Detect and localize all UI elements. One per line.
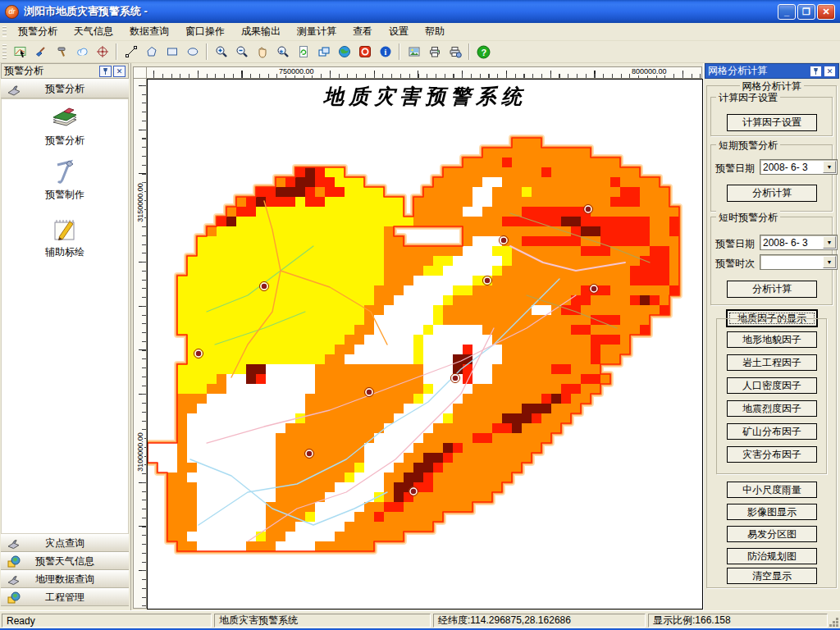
warning-time-label: 预警时次: [715, 257, 755, 271]
tool-warning-making[interactable]: 预警制作: [2, 157, 128, 202]
zoom-in-icon[interactable]: [211, 43, 231, 62]
preview-icon[interactable]: [404, 43, 424, 62]
accordion-header-label: 预警分析: [45, 82, 84, 96]
chevron-down-icon[interactable]: ▼: [823, 256, 836, 268]
target-icon[interactable]: [92, 43, 112, 62]
globe-stack-icon: [7, 555, 21, 568]
short-term-date-combobox[interactable]: 2008- 6- 3 ▼: [760, 159, 838, 175]
chevron-down-icon[interactable]: ▼: [823, 236, 836, 249]
terrain-factor-button[interactable]: 地形地貌因子: [727, 331, 817, 348]
menu-warning-analysis[interactable]: 预警分析: [10, 22, 66, 41]
accordion-disaster-point-query[interactable]: 灾点查询: [1, 534, 129, 552]
map-window: 750000.00 800000.00 3150000.00 3100000.0…: [130, 63, 703, 610]
hammer-icon[interactable]: [51, 43, 71, 62]
left-panel-title: 预警分析: [4, 64, 43, 78]
seal-icon: [7, 536, 21, 550]
menu-output[interactable]: 成果输出: [233, 22, 289, 41]
globe-stack-icon: [7, 591, 21, 605]
population-density-factor-button[interactable]: 人口密度因子: [727, 377, 817, 394]
rainfall-scale-button[interactable]: 中小尺度雨量: [727, 482, 817, 498]
tool-label: 预警分析: [2, 134, 128, 148]
pin-icon[interactable]: [810, 66, 822, 77]
tool-label: 辅助标绘: [2, 245, 128, 259]
map-view: 地质灾害预警系统: [147, 79, 703, 609]
print-setup-icon[interactable]: [445, 43, 465, 62]
map-title: 地质灾害预警系统: [148, 83, 702, 110]
warning-analysis-icon[interactable]: [10, 43, 30, 62]
svg-text:±: ±: [279, 48, 283, 55]
close-panel-icon[interactable]: ✕: [824, 66, 836, 77]
groupbox-title: 计算因子设置: [716, 91, 780, 105]
tool-warning-analysis[interactable]: 预警分析: [2, 103, 128, 148]
minimize-button[interactable]: _: [778, 4, 796, 20]
workspace: 预警分析 ✕ 预警分析 预警分析: [0, 63, 840, 610]
zoom-extent-icon[interactable]: ±: [272, 43, 293, 62]
factor-setting-button[interactable]: 计算因子设置: [727, 114, 817, 131]
menu-measure[interactable]: 测量计算: [289, 22, 345, 41]
image-display-button[interactable]: 影像图显示: [727, 504, 817, 520]
status-ready: Ready: [2, 614, 212, 628]
globe-icon[interactable]: [334, 43, 354, 62]
book-icon: [49, 103, 80, 132]
left-dock-panel: 预警分析 ✕ 预警分析 预警分析: [0, 63, 130, 610]
toolbar-grip[interactable]: [2, 44, 7, 59]
status-coordinates: 经纬度:114.296875,28.162686: [433, 614, 646, 628]
cloud-icon[interactable]: [71, 43, 92, 62]
menu-window-ops[interactable]: 窗口操作: [177, 22, 233, 41]
short-time-run-button[interactable]: 分析计算: [727, 281, 817, 298]
toolbar-separator: [399, 43, 400, 60]
ruler-y-label: 3100000.00: [136, 432, 144, 472]
menu-help[interactable]: 帮助: [417, 22, 453, 41]
right-dock-panel: 网格分析计算 ✕ 网格分析计算 计算因子设置 计算因子设置 短期预警分析 预警日…: [703, 63, 840, 610]
right-panel-title: 网格分析计算: [708, 64, 767, 78]
menu-settings[interactable]: 设置: [381, 22, 417, 41]
geotech-factor-button[interactable]: 岩土工程因子: [727, 354, 817, 371]
layers-icon[interactable]: [313, 43, 334, 62]
polygon-tool-icon[interactable]: [141, 43, 162, 62]
stop-icon[interactable]: [354, 43, 375, 62]
resize-grip[interactable]: [836, 624, 838, 627]
help-icon[interactable]: ?: [473, 43, 494, 62]
accordion-warning-weather-info[interactable]: 预警天气信息: [1, 552, 129, 570]
pin-icon[interactable]: [99, 66, 112, 77]
print-icon[interactable]: [424, 43, 445, 62]
pan-icon[interactable]: [252, 43, 272, 62]
accordion-header-warning-analysis[interactable]: 预警分析: [1, 79, 129, 98]
accordion-geo-data-query[interactable]: 地理数据查询: [1, 570, 129, 588]
prevention-plan-button[interactable]: 防治规划图: [727, 548, 817, 564]
chevron-down-icon[interactable]: ▼: [823, 161, 836, 173]
toolbar-separator: [468, 43, 470, 60]
susceptibility-zoning-button[interactable]: 易发分区图: [727, 526, 817, 542]
menu-data-query[interactable]: 数据查询: [121, 22, 177, 41]
ellipse-tool-icon[interactable]: [182, 43, 203, 62]
zoom-out-icon[interactable]: [231, 43, 252, 62]
info-icon[interactable]: i: [375, 43, 395, 62]
map-canvas[interactable]: [148, 80, 702, 609]
mine-distribution-factor-button[interactable]: 矿山分布因子: [727, 423, 817, 440]
restore-button[interactable]: ❐: [797, 4, 815, 20]
tool-auxiliary-drawing[interactable]: 辅助标绘: [2, 214, 128, 259]
short-term-run-button[interactable]: 分析计算: [727, 185, 817, 202]
menu-weather-info[interactable]: 天气信息: [66, 22, 121, 41]
menu-grip[interactable]: [2, 26, 7, 37]
close-panel-icon[interactable]: ✕: [113, 66, 126, 77]
line-tool-icon[interactable]: [121, 43, 141, 62]
disaster-distribution-factor-button[interactable]: 灾害分布因子: [727, 446, 817, 463]
menu-view[interactable]: 查看: [345, 22, 381, 41]
ruler-x-label: 800000.00: [631, 67, 668, 75]
accordion-label: 工程管理: [45, 591, 84, 605]
rectangle-tool-icon[interactable]: [162, 43, 182, 62]
clear-display-button[interactable]: 清空显示: [727, 568, 817, 584]
title-bar: dr 浏阳市地质灾害预警系统 - _ ❐ ✕: [0, 0, 840, 23]
short-time-period-combobox[interactable]: ▼: [760, 254, 838, 270]
toolbar-separator: [116, 43, 117, 60]
window-title: 浏阳市地质灾害预警系统 -: [24, 4, 148, 19]
ruler-left: 3150000.00 3100000.00: [133, 79, 147, 609]
paint-icon[interactable]: [30, 43, 51, 62]
close-button[interactable]: ✕: [817, 4, 835, 20]
refresh-icon[interactable]: [293, 43, 313, 62]
status-document-name: 地质灾害预警系统: [214, 614, 431, 628]
seismic-intensity-factor-button[interactable]: 地震烈度因子: [727, 400, 817, 417]
short-time-date-combobox[interactable]: 2008- 6- 3 ▼: [760, 235, 838, 250]
accordion-project-management[interactable]: 工程管理: [1, 588, 129, 606]
